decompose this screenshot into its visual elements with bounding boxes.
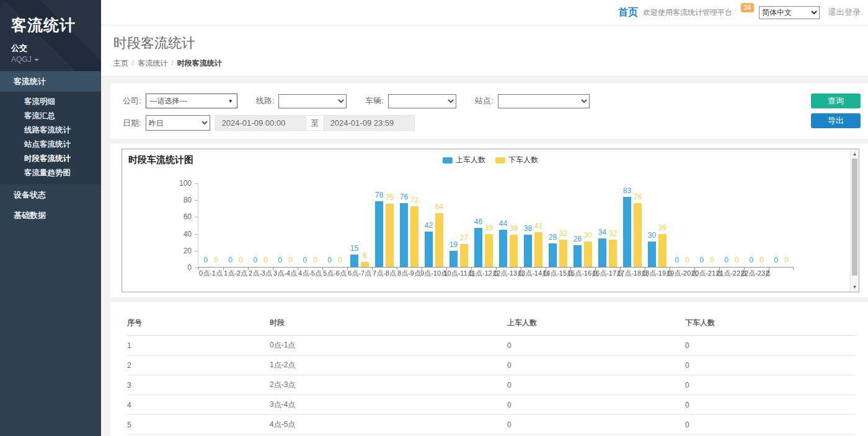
sidebar-item[interactable]: 站点客流统计 — [0, 137, 101, 152]
station-filter: 站点: — [475, 94, 590, 108]
bar-group: 00 — [248, 183, 273, 267]
export-button[interactable]: 导出 — [811, 113, 861, 128]
bar-上车人数 — [623, 197, 631, 267]
sidebar-item[interactable]: 客流明细 — [0, 95, 101, 109]
sidebar-item[interactable]: 时段客流统计 — [0, 152, 101, 166]
vehicle-label: 车辆: — [365, 95, 384, 107]
x-axis-tick-mark — [744, 267, 745, 270]
bar-上车人数 — [598, 238, 606, 267]
x-axis-tick-label: 6点-7点 — [347, 269, 372, 278]
bar-下车人数 — [435, 213, 443, 267]
x-axis-tick-mark — [322, 267, 323, 270]
table-row: 43点-4点00 — [127, 395, 856, 415]
table-cell: 0 — [507, 375, 685, 395]
x-axis-tick-mark — [298, 267, 298, 270]
x-axis-tick-mark — [521, 267, 521, 270]
y-axis-tick-label: 40 — [122, 230, 192, 238]
bar-group: 00 — [769, 183, 794, 267]
filter-panel: 公司: ---请选择--- ▼ 线路: 车辆: — [110, 83, 868, 139]
chart-title: 时段车流统计图 — [128, 154, 193, 166]
company-select[interactable]: ---请选择--- — [146, 94, 237, 108]
legend-label: 下车人数 — [508, 155, 538, 165]
bar-value-label: 6 — [356, 251, 374, 260]
bar-group: 3432 — [595, 183, 620, 267]
language-select[interactable]: 简体中文 — [759, 6, 820, 19]
scroll-up-icon[interactable]: ▲ — [851, 150, 859, 158]
page-heading: 时段客流统计 主页/客流统计/时段客流统计 — [101, 25, 868, 77]
date-start-input[interactable] — [215, 115, 306, 131]
table-body: 10点-1点0021点-2点0032点-3点0043点-4点0054点-5点00… — [127, 336, 856, 436]
table-cell: 0 — [507, 336, 685, 355]
x-axis-tick-mark — [620, 267, 621, 270]
bar-group: 7672 — [397, 183, 422, 267]
legend-item[interactable]: 上车人数 — [443, 155, 485, 165]
y-axis-tick-label: 20 — [122, 246, 192, 255]
table-header-cell: 序号 — [127, 314, 270, 336]
x-axis-tick-label: 0点-1点 — [198, 269, 223, 278]
line-filter: 线路: — [256, 94, 347, 108]
search-button[interactable]: 查询 — [811, 94, 861, 108]
home-link[interactable]: 首页 — [618, 6, 638, 19]
x-axis-tick-mark — [694, 267, 695, 270]
y-axis-tick-label: 0 — [122, 263, 192, 272]
date-end-input[interactable] — [324, 115, 415, 131]
bar-下车人数 — [386, 204, 394, 267]
bars-container: 0000000000001567875767242641927463944383… — [198, 183, 793, 267]
table-cell: 2点-3点 — [270, 375, 507, 395]
x-axis-tick-label: 7点-8点 — [372, 269, 397, 278]
vehicle-select[interactable] — [388, 94, 456, 108]
breadcrumb-link[interactable]: 主页 — [113, 59, 128, 68]
logout-link[interactable]: 退出登录 — [828, 7, 861, 18]
x-axis-tick-label: 23点-24点 — [769, 269, 770, 278]
x-axis-tick-label: 3点-4点 — [273, 269, 298, 278]
sidebar-item[interactable]: 客流汇总 — [0, 109, 101, 123]
legend-item[interactable]: 下车人数 — [495, 155, 538, 165]
table-header-cell: 下车人数 — [685, 314, 856, 336]
legend-swatch — [443, 157, 453, 164]
scroll-down-icon[interactable]: ▼ — [851, 283, 859, 291]
bar-下车人数 — [634, 203, 642, 267]
table-header-cell: 上车人数 — [507, 314, 685, 336]
y-axis-tick-label: 60 — [122, 212, 192, 221]
table-cell: 0 — [685, 336, 856, 355]
vehicle-filter: 车辆: — [365, 94, 456, 108]
x-axis-tick-mark — [422, 267, 422, 270]
bar-下车人数 — [609, 240, 617, 267]
y-axis-tick-label: 100 — [122, 179, 192, 188]
date-preset-select[interactable]: 昨日 — [146, 115, 210, 131]
chart-scrollbar[interactable]: ▲ ▼ — [850, 149, 859, 292]
bar-group: 4438 — [496, 183, 521, 267]
breadcrumb-link[interactable]: 客流统计 — [138, 59, 167, 68]
line-select[interactable] — [278, 94, 347, 108]
sidebar-section[interactable]: 基础数据 — [0, 205, 101, 225]
logo-block: 客流统计 公交 AQGJ — [0, 0, 101, 71]
notification-badge[interactable]: 34 — [741, 3, 754, 12]
table-section: 序号时段上车人数下车人数 10点-1点0021点-2点0032点-3点0043点… — [110, 302, 868, 436]
table-cell: 0 — [685, 415, 856, 435]
chart-box: 时段车流统计图 上车人数下车人数 00000000000015678757672… — [122, 149, 859, 292]
scrollbar-thumb[interactable] — [852, 159, 857, 276]
breadcrumb-separator: / — [132, 59, 134, 68]
x-axis-labels: 0点-1点1点-2点2点-3点3点-4点4点-5点5点-6点6点-7点7点-8点… — [198, 269, 770, 278]
filter-row-1: 公司: ---请选择--- ▼ 线路: 车辆: — [123, 94, 856, 108]
table-cell: 0 — [685, 375, 856, 395]
table-cell: 4点-5点 — [270, 415, 507, 435]
sidebar-item[interactable]: 线路客流统计 — [0, 123, 101, 137]
sidebar-section[interactable]: 设备状态 — [0, 185, 101, 205]
caret-down-icon — [34, 59, 39, 61]
date-label: 日期: — [123, 118, 141, 129]
sidebar-section[interactable]: 客流统计 — [0, 71, 101, 92]
bar-group: 4639 — [471, 183, 496, 267]
x-axis-tick-label: 8点-9点 — [397, 269, 422, 278]
bar-group: 00 — [298, 183, 322, 267]
sidebar-item[interactable]: 客流量趋势图 — [0, 166, 101, 180]
bar-value-label: 76 — [629, 193, 647, 201]
table-header-row: 序号时段上车人数下车人数 — [127, 314, 856, 336]
bar-下车人数 — [534, 232, 542, 267]
org-selector[interactable]: AQGJ — [11, 55, 101, 64]
table-cell: 0 — [685, 355, 856, 375]
company-filter: 公司: ---请选择--- ▼ — [123, 94, 237, 108]
station-select[interactable] — [498, 94, 590, 108]
x-axis-tick-mark — [719, 267, 720, 270]
table-cell: 3点-4点 — [270, 395, 507, 415]
